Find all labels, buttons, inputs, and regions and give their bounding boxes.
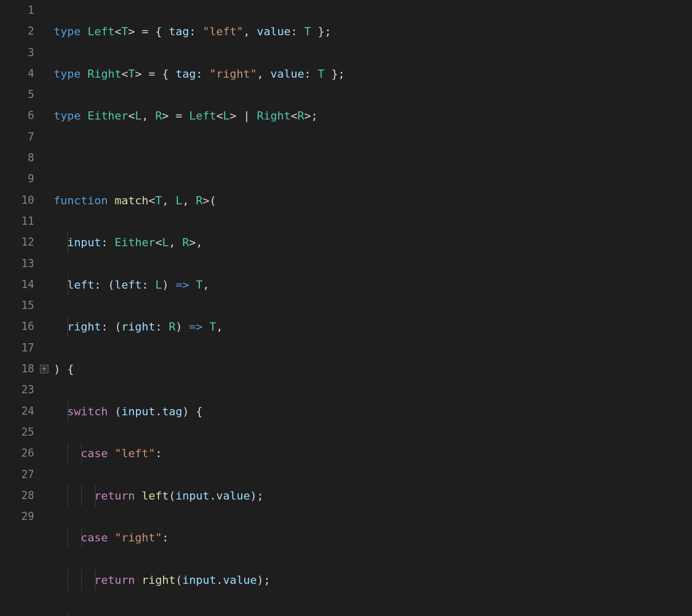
code-line[interactable]	[54, 148, 692, 169]
code-line[interactable]: type Left<T> = { tag: "left", value: T }…	[54, 21, 692, 42]
line-number: 13	[0, 253, 34, 274]
line-number: 29	[0, 506, 34, 527]
line-number: 4	[0, 63, 34, 84]
keyword-type: type	[54, 25, 81, 38]
code-line[interactable]: right: (right: R) => T,	[54, 316, 692, 337]
line-number: 6	[0, 105, 34, 126]
line-number: 1	[0, 0, 34, 21]
code-line[interactable]: return right(input.value);	[54, 570, 692, 590]
code-line[interactable]: input: Either<L, R>,	[54, 232, 692, 253]
line-number: 18	[0, 359, 34, 380]
code-line[interactable]: switch (input.tag) {	[54, 401, 692, 422]
code-line[interactable]: type Either<L, R> = Left<L> | Right<R>;	[54, 105, 692, 126]
parameter: input	[67, 236, 101, 249]
line-number: 9	[0, 169, 34, 189]
line-number: 28	[0, 485, 34, 506]
line-number: 5	[0, 84, 34, 105]
line-number: 24	[0, 401, 34, 422]
code-editor[interactable]: 1 2 3 4 5 6 7 8 9 10 11 12 13 14 15 16 1…	[0, 0, 692, 616]
line-number: 26	[0, 443, 34, 464]
line-number: 15	[0, 295, 34, 316]
code-line[interactable]: }	[54, 612, 692, 616]
line-number: 11	[0, 211, 34, 232]
line-number: 14	[0, 274, 34, 295]
keyword-case: case	[81, 447, 108, 460]
line-number: 8	[0, 148, 34, 169]
code-line[interactable]: return left(input.value);	[54, 485, 692, 506]
type-identifier: Left	[87, 25, 114, 38]
string-literal: "left"	[202, 25, 243, 38]
type-parameter: T	[121, 25, 128, 38]
code-line[interactable]: function match<T, L, R>(	[54, 190, 692, 211]
line-number: 7	[0, 127, 34, 148]
line-number: 23	[0, 380, 34, 400]
line-number: 17	[0, 338, 34, 359]
fold-expand-icon[interactable]: +	[40, 365, 49, 373]
line-number: 25	[0, 422, 34, 443]
keyword-function: function	[54, 194, 108, 207]
code-area[interactable]: type Left<T> = { tag: "left", value: T }…	[49, 0, 692, 616]
property-key: tag	[169, 25, 189, 38]
line-number: 12	[0, 232, 34, 253]
line-number: 3	[0, 42, 34, 63]
keyword-switch: switch	[67, 405, 108, 418]
code-line[interactable]: left: (left: L) => T,	[54, 274, 692, 295]
code-line[interactable]: case "left":	[54, 443, 692, 464]
line-number: 27	[0, 464, 34, 485]
line-number-gutter: 1 2 3 4 5 6 7 8 9 10 11 12 13 14 15 16 1…	[0, 0, 49, 616]
line-number: 2	[0, 21, 34, 42]
code-line[interactable]: case "right":	[54, 527, 692, 548]
code-line[interactable]: ) {	[54, 359, 692, 380]
property-key: value	[257, 25, 290, 38]
keyword-return: return	[94, 489, 134, 502]
code-line[interactable]: type Right<T> = { tag: "right", value: T…	[54, 63, 692, 84]
function-name: match	[114, 194, 148, 207]
line-number: 10	[0, 190, 34, 211]
line-number: 16	[0, 316, 34, 337]
